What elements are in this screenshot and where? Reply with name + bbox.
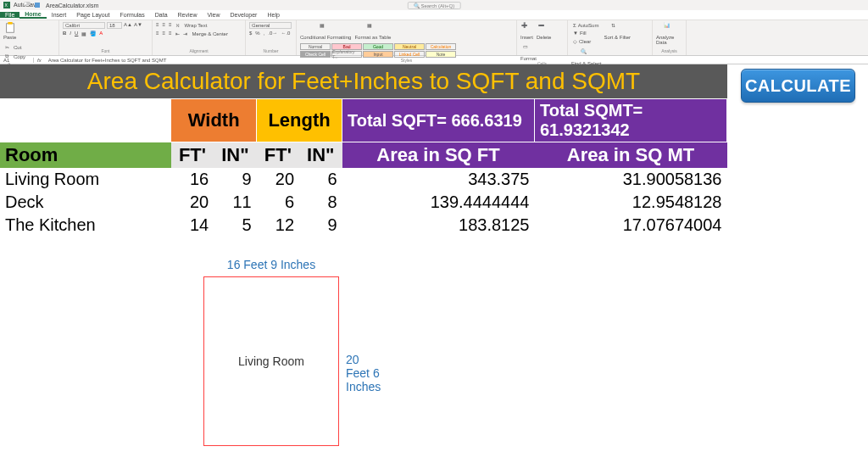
analyze-data-button[interactable]: 📊Analyze Data <box>656 22 682 45</box>
autosum-button[interactable]: ΣAutoSum <box>571 22 600 29</box>
insert-cells-button[interactable]: ➕Insert <box>520 22 533 40</box>
underline-button[interactable]: U <box>75 31 78 36</box>
cell-room[interactable]: Living Room <box>0 168 171 191</box>
format-as-table-button[interactable]: ▦Format as Table <box>354 22 391 40</box>
cell-wft[interactable]: 16 <box>171 168 214 191</box>
currency-icon[interactable]: $ <box>249 31 252 36</box>
merge-center-button[interactable]: Merge & Center <box>191 31 230 37</box>
paste-button[interactable]: Paste <box>3 22 16 40</box>
file-name: AreaCalculator.xlsm <box>46 3 98 8</box>
col-room: Room <box>0 142 171 169</box>
cut-button[interactable]: ✂Cut <box>3 43 49 52</box>
style-good[interactable]: Good <box>363 43 393 50</box>
save-icon[interactable] <box>34 2 41 8</box>
tab-page-layout[interactable]: Page Layout <box>71 12 114 18</box>
cell-sqmt[interactable]: 12.9548128 <box>534 191 726 214</box>
hdr-width: Width <box>171 99 257 142</box>
decrease-decimal-icon[interactable]: ←.0 <box>281 31 290 36</box>
group-number-label: Number <box>249 48 292 53</box>
align-middle-icon[interactable]: ≡ <box>163 22 166 29</box>
cell-win[interactable]: 5 <box>214 214 256 237</box>
comma-icon[interactable]: , <box>264 31 265 36</box>
cell-lin[interactable]: 6 <box>299 168 342 191</box>
autosave-toggle[interactable] <box>24 2 31 8</box>
wrap-text-button[interactable]: Wrap Text <box>183 22 209 29</box>
border-button[interactable]: ▦ <box>81 31 86 36</box>
align-right-icon[interactable]: ≡ <box>169 31 172 37</box>
cell-room[interactable]: Deck <box>0 191 171 214</box>
cell-lin[interactable]: 9 <box>299 214 342 237</box>
percent-icon[interactable]: % <box>255 31 259 36</box>
data-table: Width Length Total SQFT= 666.6319 Total … <box>0 98 727 237</box>
sigma-icon: Σ <box>573 23 576 28</box>
increase-decimal-icon[interactable]: .0→ <box>268 31 277 36</box>
autosave-label: AutoSave <box>14 2 20 8</box>
worksheet[interactable]: Area Calculator for Feet+Inches to SQFT … <box>0 64 868 237</box>
formula-bar: A1 fx Area Calculator for Feet+Inches to… <box>0 56 868 64</box>
ribbon: Paste ✂Cut ⧉Copy 🖌Format Painter Clipboa… <box>0 20 868 56</box>
cell-sqmt[interactable]: 17.07674004 <box>534 214 726 237</box>
tab-help[interactable]: Help <box>262 12 284 18</box>
tab-developer[interactable]: Developer <box>225 12 263 18</box>
titlebar: X AutoSave AreaCalculator.xlsm 🔍 Search … <box>0 0 868 10</box>
bold-button[interactable]: B <box>63 31 66 36</box>
tab-file[interactable]: File <box>0 12 19 18</box>
font-color-button[interactable]: A <box>99 31 103 36</box>
align-left-icon[interactable]: ≡ <box>156 31 159 37</box>
tab-data[interactable]: Data <box>150 12 173 18</box>
search-box[interactable]: 🔍 Search (Alt+Q) <box>408 2 461 9</box>
align-center-icon[interactable]: ≡ <box>163 31 166 37</box>
fill-color-button[interactable]: 🪣 <box>90 31 96 36</box>
style-calculation[interactable]: Calculation <box>426 43 456 50</box>
indent-increase-icon[interactable]: ⇥ <box>183 31 187 37</box>
cell-win[interactable]: 9 <box>214 168 256 191</box>
title-band: Area Calculator for Feet+Inches to SQFT … <box>0 64 727 98</box>
decrease-font-icon[interactable]: A▼ <box>134 22 142 29</box>
cell-room[interactable]: The Kitchen <box>0 214 171 237</box>
cell-win[interactable]: 11 <box>214 191 256 214</box>
style-normal[interactable]: Normal <box>300 43 331 50</box>
font-size-select[interactable]: 18 <box>107 22 122 29</box>
table-row[interactable]: Living Room 16 9 20 6 343.375 31.9005813… <box>0 168 727 191</box>
style-neutral[interactable]: Neutral <box>394 43 425 50</box>
cell-sqft[interactable]: 343.375 <box>342 168 535 191</box>
table-row[interactable]: Deck 20 11 6 8 139.4444444 12.9548128 <box>0 191 727 214</box>
svg-rect-6 <box>8 22 12 25</box>
cell-lin[interactable]: 8 <box>299 191 342 214</box>
formula-input[interactable]: Area Calculator for Feet+Inches to SQFT … <box>45 58 868 63</box>
tab-review[interactable]: Review <box>173 12 203 18</box>
font-select[interactable]: Calibri <box>63 22 105 29</box>
orientation-icon[interactable]: ⤭ <box>175 22 180 29</box>
sort-filter-button[interactable]: ⇅Sort & Filter <box>604 22 631 45</box>
cell-wft[interactable]: 14 <box>171 214 214 237</box>
col-area-sqmt: Area in SQ MT <box>534 142 726 169</box>
ribbon-tabs: File Home Insert Page Layout Formulas Da… <box>0 10 868 20</box>
tab-insert[interactable]: Insert <box>47 12 72 18</box>
tab-home[interactable]: Home <box>19 11 46 19</box>
indent-decrease-icon[interactable]: ⇤ <box>175 31 180 37</box>
cell-lft[interactable]: 6 <box>257 191 299 214</box>
delete-cells-button[interactable]: ➖Delete <box>537 22 551 40</box>
cell-wft[interactable]: 20 <box>171 191 214 214</box>
increase-font-icon[interactable]: A▲ <box>124 22 132 29</box>
table-row[interactable]: The Kitchen 14 5 12 9 183.8125 17.076740… <box>0 214 727 237</box>
italic-button[interactable]: I <box>70 31 71 36</box>
number-format-select[interactable]: General <box>249 22 292 29</box>
cell-lft[interactable]: 12 <box>257 214 299 237</box>
cell-sqft[interactable]: 139.4444444 <box>342 191 535 214</box>
cell-lft[interactable]: 20 <box>257 168 299 191</box>
svg-rect-5 <box>6 24 14 33</box>
tab-view[interactable]: View <box>203 12 225 18</box>
clear-button[interactable]: ◇Clear <box>571 37 600 45</box>
conditional-formatting-button[interactable]: ▦Conditional Formatting <box>300 22 351 40</box>
fx-icon[interactable]: fx <box>34 58 45 63</box>
fill-button[interactable]: ▼Fill <box>571 30 600 36</box>
calculate-button[interactable]: CALCULATE <box>741 69 855 103</box>
tab-formulas[interactable]: Formulas <box>115 12 150 18</box>
name-box[interactable]: A1 <box>0 58 34 63</box>
align-bottom-icon[interactable]: ≡ <box>169 22 172 29</box>
cell-sqmt[interactable]: 31.90058136 <box>534 168 726 191</box>
align-top-icon[interactable]: ≡ <box>156 22 159 29</box>
cell-sqft[interactable]: 183.8125 <box>342 214 535 237</box>
col-width-in: IN" <box>214 142 256 169</box>
